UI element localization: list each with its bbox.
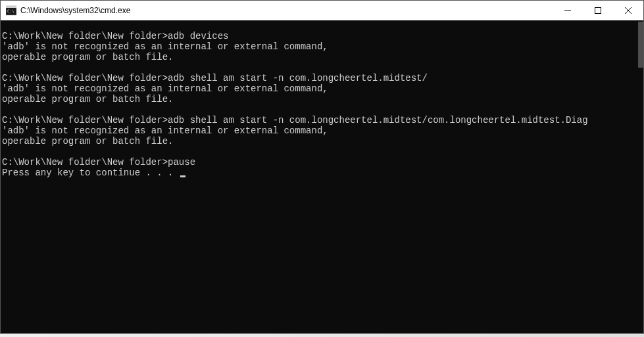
terminal-line — [2, 146, 642, 157]
scrollbar[interactable] — [637, 20, 643, 333]
terminal-line — [2, 20, 642, 31]
terminal-line: operable program or batch file. — [2, 136, 642, 146]
cmd-window: C:\ C:\Windows\system32\cmd.exe C:\Work\… — [0, 0, 644, 334]
terminal-line: operable program or batch file. — [2, 52, 642, 62]
scrollbar-thumb[interactable] — [638, 22, 643, 68]
terminal-area[interactable]: C:\Work\New folder\New folder>adb device… — [1, 20, 643, 333]
cursor — [180, 175, 186, 177]
window-controls — [553, 1, 643, 20]
svg-rect-1 — [6, 6, 16, 8]
terminal-line: 'adb' is not recognized as an internal o… — [2, 125, 642, 136]
terminal-line: operable program or batch file. — [2, 94, 642, 104]
titlebar[interactable]: C:\ C:\Windows\system32\cmd.exe — [1, 1, 643, 20]
minimize-button[interactable] — [553, 1, 583, 20]
close-button[interactable] — [613, 1, 643, 20]
terminal-line — [2, 104, 642, 115]
terminal-line: 'adb' is not recognized as an internal o… — [2, 41, 642, 52]
taskbar-edge — [0, 334, 644, 337]
terminal-line: 'adb' is not recognized as an internal o… — [2, 83, 642, 94]
terminal-line: Press any key to continue . . . — [2, 168, 642, 178]
terminal-line: C:\Work\New folder\New folder>adb shell … — [2, 115, 642, 125]
terminal-line: C:\Work\New folder\New folder>adb shell … — [2, 73, 642, 83]
terminal-line: C:\Work\New folder\New folder>adb device… — [2, 31, 642, 41]
terminal-line: C:\Work\New folder\New folder>pause — [2, 157, 642, 168]
maximize-button[interactable] — [583, 1, 613, 20]
window-title: C:\Windows\system32\cmd.exe — [20, 6, 553, 15]
cmd-icon: C:\ — [6, 5, 16, 16]
terminal-output: C:\Work\New folder\New folder>adb device… — [1, 20, 643, 178]
svg-text:C:\: C:\ — [7, 9, 14, 13]
terminal-line — [2, 62, 642, 73]
svg-rect-4 — [595, 8, 601, 14]
